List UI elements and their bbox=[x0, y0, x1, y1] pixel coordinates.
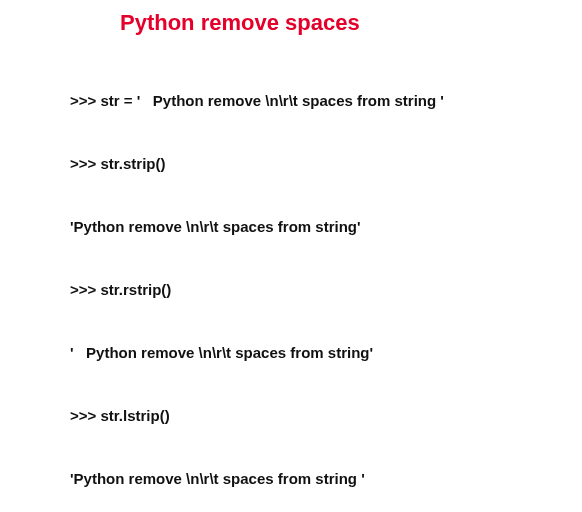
code-line: ' Python remove \n\r\t spaces from strin… bbox=[70, 342, 532, 363]
code-line: 'Python remove \n\r\t spaces from string… bbox=[70, 216, 532, 237]
code-line: >>> str.rstrip() bbox=[70, 279, 532, 300]
code-line: 'Python remove \n\r\t spaces from string… bbox=[70, 468, 532, 489]
code-block: >>> str = ' Python remove \n\r\t spaces … bbox=[70, 48, 532, 512]
code-line: >>> str.lstrip() bbox=[70, 405, 532, 426]
code-line: >>> str = ' Python remove \n\r\t spaces … bbox=[70, 90, 532, 111]
document-container: Python remove spaces >>> str = ' Python … bbox=[0, 0, 582, 512]
page-title: Python remove spaces bbox=[120, 10, 532, 36]
code-line: >>> str.strip() bbox=[70, 153, 532, 174]
